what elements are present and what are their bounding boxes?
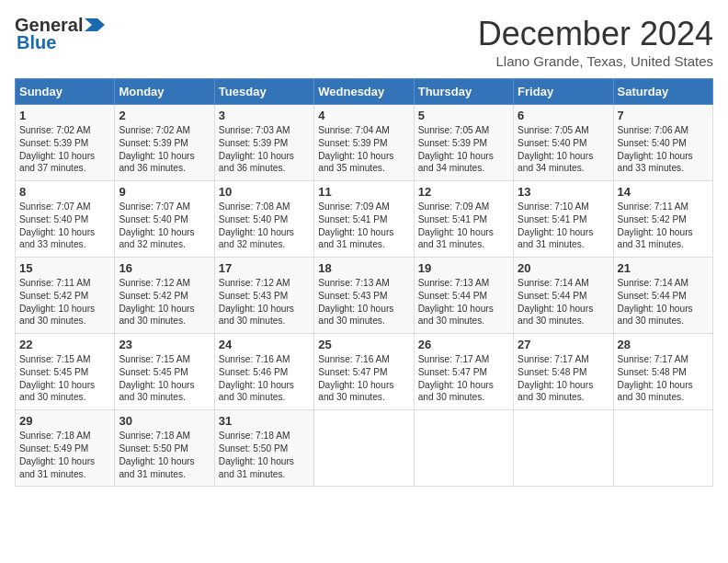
cell-sun-info: Sunrise: 7:15 AMSunset: 5:45 PMDaylight:… bbox=[119, 353, 210, 404]
calendar-cell: 27Sunrise: 7:17 AMSunset: 5:48 PMDayligh… bbox=[514, 334, 613, 410]
calendar-cell: 16Sunrise: 7:12 AMSunset: 5:42 PMDayligh… bbox=[115, 258, 214, 334]
calendar-cell: 1Sunrise: 7:02 AMSunset: 5:39 PMDaylight… bbox=[16, 105, 115, 181]
day-number: 13 bbox=[518, 185, 609, 199]
calendar-cell: 5Sunrise: 7:05 AMSunset: 5:39 PMDaylight… bbox=[414, 105, 513, 181]
calendar-week-row: 1Sunrise: 7:02 AMSunset: 5:39 PMDaylight… bbox=[16, 105, 713, 181]
day-number: 3 bbox=[219, 109, 310, 122]
calendar-cell: 12Sunrise: 7:09 AMSunset: 5:41 PMDayligh… bbox=[414, 181, 513, 258]
calendar-cell bbox=[314, 410, 414, 487]
day-number: 6 bbox=[518, 109, 609, 122]
calendar-cell: 9Sunrise: 7:07 AMSunset: 5:40 PMDaylight… bbox=[115, 181, 214, 258]
cell-sun-info: Sunrise: 7:12 AMSunset: 5:42 PMDaylight:… bbox=[119, 277, 210, 327]
calendar-cell: 29Sunrise: 7:18 AMSunset: 5:49 PMDayligh… bbox=[16, 410, 115, 487]
calendar-cell: 3Sunrise: 7:03 AMSunset: 5:39 PMDaylight… bbox=[214, 105, 313, 181]
calendar-cell: 11Sunrise: 7:09 AMSunset: 5:41 PMDayligh… bbox=[314, 181, 414, 258]
cell-sun-info: Sunrise: 7:16 AMSunset: 5:46 PMDaylight:… bbox=[219, 353, 310, 404]
day-number: 1 bbox=[19, 109, 110, 122]
calendar-cell: 4Sunrise: 7:04 AMSunset: 5:39 PMDaylight… bbox=[314, 105, 414, 181]
cell-sun-info: Sunrise: 7:05 AMSunset: 5:40 PMDaylight:… bbox=[518, 124, 609, 175]
day-header-monday: Monday bbox=[115, 79, 214, 105]
logo-blue-text: Blue bbox=[17, 32, 56, 53]
cell-sun-info: Sunrise: 7:03 AMSunset: 5:39 PMDaylight:… bbox=[219, 124, 310, 175]
cell-sun-info: Sunrise: 7:09 AMSunset: 5:41 PMDaylight:… bbox=[318, 201, 409, 251]
calendar-cell: 19Sunrise: 7:13 AMSunset: 5:44 PMDayligh… bbox=[414, 258, 513, 334]
cell-sun-info: Sunrise: 7:18 AMSunset: 5:49 PMDaylight:… bbox=[19, 430, 110, 480]
cell-sun-info: Sunrise: 7:07 AMSunset: 5:40 PMDaylight:… bbox=[119, 201, 210, 251]
cell-sun-info: Sunrise: 7:12 AMSunset: 5:43 PMDaylight:… bbox=[219, 277, 310, 327]
day-number: 29 bbox=[19, 414, 110, 428]
cell-sun-info: Sunrise: 7:11 AMSunset: 5:42 PMDaylight:… bbox=[618, 201, 709, 251]
calendar-cell: 30Sunrise: 7:18 AMSunset: 5:50 PMDayligh… bbox=[115, 410, 214, 487]
day-number: 2 bbox=[119, 109, 210, 122]
day-number: 11 bbox=[318, 185, 409, 199]
day-number: 19 bbox=[418, 261, 509, 275]
calendar-cell: 14Sunrise: 7:11 AMSunset: 5:42 PMDayligh… bbox=[613, 181, 712, 258]
cell-sun-info: Sunrise: 7:02 AMSunset: 5:39 PMDaylight:… bbox=[119, 124, 210, 175]
cell-sun-info: Sunrise: 7:08 AMSunset: 5:40 PMDaylight:… bbox=[219, 201, 310, 251]
day-number: 15 bbox=[19, 261, 110, 275]
calendar-table: SundayMondayTuesdayWednesdayThursdayFrid… bbox=[15, 78, 713, 487]
logo: General Blue bbox=[15, 15, 105, 53]
calendar-cell: 8Sunrise: 7:07 AMSunset: 5:40 PMDaylight… bbox=[16, 181, 115, 258]
cell-sun-info: Sunrise: 7:10 AMSunset: 5:41 PMDaylight:… bbox=[518, 201, 609, 251]
calendar-cell: 22Sunrise: 7:15 AMSunset: 5:45 PMDayligh… bbox=[16, 334, 115, 410]
day-header-wednesday: Wednesday bbox=[314, 79, 414, 105]
day-number: 14 bbox=[618, 185, 709, 199]
day-header-thursday: Thursday bbox=[414, 79, 513, 105]
day-header-sunday: Sunday bbox=[16, 79, 115, 105]
calendar-body: 1Sunrise: 7:02 AMSunset: 5:39 PMDaylight… bbox=[16, 105, 713, 487]
cell-sun-info: Sunrise: 7:17 AMSunset: 5:47 PMDaylight:… bbox=[418, 353, 509, 404]
calendar-cell: 10Sunrise: 7:08 AMSunset: 5:40 PMDayligh… bbox=[214, 181, 313, 258]
title-area: December 2024 Llano Grande, Texas, Unite… bbox=[478, 15, 713, 69]
calendar-cell: 15Sunrise: 7:11 AMSunset: 5:42 PMDayligh… bbox=[16, 258, 115, 334]
day-number: 27 bbox=[518, 338, 609, 351]
calendar-cell: 13Sunrise: 7:10 AMSunset: 5:41 PMDayligh… bbox=[514, 181, 613, 258]
location: Llano Grande, Texas, United States bbox=[478, 53, 713, 69]
calendar-cell bbox=[414, 410, 513, 487]
day-number: 24 bbox=[219, 338, 310, 351]
cell-sun-info: Sunrise: 7:17 AMSunset: 5:48 PMDaylight:… bbox=[618, 353, 709, 404]
day-number: 12 bbox=[418, 185, 509, 199]
cell-sun-info: Sunrise: 7:04 AMSunset: 5:39 PMDaylight:… bbox=[318, 124, 409, 175]
day-number: 26 bbox=[418, 338, 509, 351]
calendar-week-row: 15Sunrise: 7:11 AMSunset: 5:42 PMDayligh… bbox=[16, 258, 713, 334]
cell-sun-info: Sunrise: 7:14 AMSunset: 5:44 PMDaylight:… bbox=[618, 277, 709, 327]
day-number: 5 bbox=[418, 109, 509, 122]
day-number: 22 bbox=[19, 338, 110, 351]
cell-sun-info: Sunrise: 7:13 AMSunset: 5:44 PMDaylight:… bbox=[418, 277, 509, 327]
day-header-saturday: Saturday bbox=[613, 79, 712, 105]
calendar-cell: 28Sunrise: 7:17 AMSunset: 5:48 PMDayligh… bbox=[613, 334, 712, 410]
day-number: 20 bbox=[518, 261, 609, 275]
calendar-week-row: 29Sunrise: 7:18 AMSunset: 5:49 PMDayligh… bbox=[16, 410, 713, 487]
day-number: 10 bbox=[219, 185, 310, 199]
calendar-cell: 31Sunrise: 7:18 AMSunset: 5:50 PMDayligh… bbox=[214, 410, 313, 487]
day-number: 23 bbox=[119, 338, 210, 351]
cell-sun-info: Sunrise: 7:17 AMSunset: 5:48 PMDaylight:… bbox=[518, 353, 609, 404]
cell-sun-info: Sunrise: 7:15 AMSunset: 5:45 PMDaylight:… bbox=[19, 353, 110, 404]
day-number: 25 bbox=[318, 338, 409, 351]
day-header-tuesday: Tuesday bbox=[214, 79, 313, 105]
cell-sun-info: Sunrise: 7:13 AMSunset: 5:43 PMDaylight:… bbox=[318, 277, 409, 327]
calendar-week-row: 8Sunrise: 7:07 AMSunset: 5:40 PMDaylight… bbox=[16, 181, 713, 258]
calendar-cell: 18Sunrise: 7:13 AMSunset: 5:43 PMDayligh… bbox=[314, 258, 414, 334]
day-number: 8 bbox=[19, 185, 110, 199]
cell-sun-info: Sunrise: 7:18 AMSunset: 5:50 PMDaylight:… bbox=[219, 430, 310, 480]
day-header-friday: Friday bbox=[514, 79, 613, 105]
day-number: 21 bbox=[618, 261, 709, 275]
cell-sun-info: Sunrise: 7:16 AMSunset: 5:47 PMDaylight:… bbox=[318, 353, 409, 404]
cell-sun-info: Sunrise: 7:18 AMSunset: 5:50 PMDaylight:… bbox=[119, 430, 210, 480]
svg-marker-0 bbox=[85, 18, 105, 31]
day-number: 9 bbox=[119, 185, 210, 199]
day-number: 30 bbox=[119, 414, 210, 428]
calendar-cell: 21Sunrise: 7:14 AMSunset: 5:44 PMDayligh… bbox=[613, 258, 712, 334]
day-number: 31 bbox=[219, 414, 310, 428]
cell-sun-info: Sunrise: 7:09 AMSunset: 5:41 PMDaylight:… bbox=[418, 201, 509, 251]
day-number: 18 bbox=[318, 261, 409, 275]
cell-sun-info: Sunrise: 7:05 AMSunset: 5:39 PMDaylight:… bbox=[418, 124, 509, 175]
calendar-cell: 2Sunrise: 7:02 AMSunset: 5:39 PMDaylight… bbox=[115, 105, 214, 181]
calendar-week-row: 22Sunrise: 7:15 AMSunset: 5:45 PMDayligh… bbox=[16, 334, 713, 410]
calendar-cell: 7Sunrise: 7:06 AMSunset: 5:40 PMDaylight… bbox=[613, 105, 712, 181]
day-number: 16 bbox=[119, 261, 210, 275]
calendar-cell: 23Sunrise: 7:15 AMSunset: 5:45 PMDayligh… bbox=[115, 334, 214, 410]
cell-sun-info: Sunrise: 7:07 AMSunset: 5:40 PMDaylight:… bbox=[19, 201, 110, 251]
